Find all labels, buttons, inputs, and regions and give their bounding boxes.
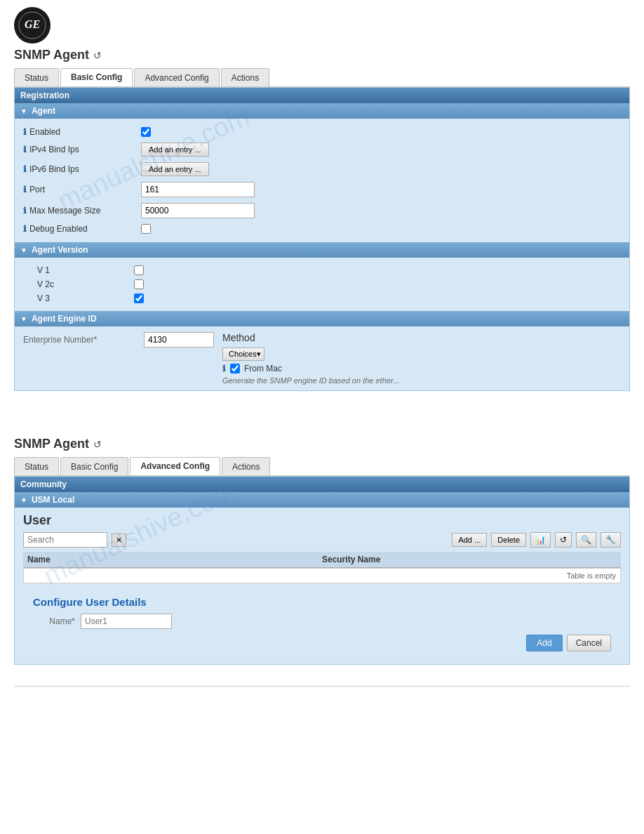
tab2-status[interactable]: Status (14, 457, 59, 475)
add-config-button[interactable]: Add (526, 635, 562, 651)
enterprise-input[interactable] (144, 332, 214, 348)
from-mac-checkbox[interactable] (230, 364, 240, 373)
enabled-checkbox[interactable] (141, 127, 151, 137)
table-header: Name Security Name (23, 552, 621, 568)
cancel-config-button[interactable]: Cancel (567, 635, 611, 651)
from-mac-label: From Mac (244, 364, 282, 373)
ipv6-info-icon[interactable]: ℹ (23, 164, 27, 174)
tab-actions[interactable]: Actions (221, 68, 269, 86)
ipv4-info-icon[interactable]: ℹ (23, 145, 27, 154)
delete-user-button[interactable]: Delete (491, 533, 526, 547)
configure-user-details: Configure User Details Name* Add Cancel (23, 589, 621, 658)
method-label: Method (222, 332, 399, 343)
engine-desc: Generate the SNMP engine ID based on the… (222, 376, 399, 385)
ipv6-row: ℹ IPv6 Bind Ips Add an entry ... (23, 159, 621, 179)
usm-local-header: ▼ USM Local (15, 492, 629, 508)
tab-advanced-config[interactable]: Advanced Config (134, 68, 219, 86)
refresh-table-button[interactable]: ↺ (555, 532, 572, 548)
debug-checkbox[interactable] (141, 224, 151, 234)
config-actions: Add Cancel (33, 635, 611, 651)
add-user-button[interactable]: Add ... (452, 533, 487, 547)
agent-version-header: ▼ Agent Version (15, 242, 629, 258)
main-panel: manualshive.com Registration ▼ Agent ℹ E… (14, 87, 630, 391)
tabs-bar: Status Basic Config Advanced Config Acti… (14, 68, 630, 87)
v2c-checkbox[interactable] (134, 279, 144, 289)
tab-basic-config[interactable]: Basic Config (60, 68, 133, 86)
ipv4-row: ℹ IPv4 Bind Ips Add an entry ... (23, 140, 621, 159)
v3-row: V 3 (23, 291, 621, 305)
enabled-label: ℹ Enabled (23, 127, 135, 137)
refresh-icon[interactable]: ↺ (93, 50, 102, 61)
tab2-actions[interactable]: Actions (222, 457, 270, 475)
user-section: User ✕ Add ... Delete 📊 ↺ 🔍 🔧 Name Sec (15, 508, 629, 664)
col-security: Security Name (322, 555, 617, 564)
agent-engine-header: ▼ Agent Engine ID (15, 311, 629, 326)
v2c-row: V 2c (23, 277, 621, 291)
max-msg-row: ℹ Max Message Size (23, 200, 621, 221)
port-info-icon[interactable]: ℹ (23, 185, 27, 194)
chart-icon-button[interactable]: 📊 (530, 532, 551, 548)
table-empty-message: Table is empty (23, 568, 621, 583)
from-mac-row: ℹ From Mac (222, 364, 399, 373)
registration-header: Registration (15, 88, 629, 103)
ipv6-add-entry-button[interactable]: Add an entry ... (141, 162, 209, 176)
configure-details-title: Configure User Details (33, 596, 611, 608)
user-title: User (23, 513, 621, 528)
search-table-button[interactable]: 🔍 (576, 532, 596, 548)
search-clear-button[interactable]: ✕ (112, 534, 126, 547)
choices-button[interactable]: Choices▾ (222, 348, 264, 361)
debug-label: ℹ Debug Enabled (23, 224, 135, 234)
enabled-row: ℹ Enabled (23, 124, 621, 140)
enabled-info-icon[interactable]: ℹ (23, 127, 27, 137)
ge-logo: GE (14, 7, 51, 44)
col-name: Name (27, 555, 322, 564)
max-msg-input[interactable] (141, 203, 255, 218)
tab-status[interactable]: Status (14, 68, 59, 86)
max-msg-info-icon[interactable]: ℹ (23, 206, 27, 216)
name-field-input[interactable] (81, 614, 172, 629)
agent-header: ▼ Agent (15, 103, 629, 119)
ipv4-label: ℹ IPv4 Bind Ips (23, 145, 135, 154)
search-input[interactable] (23, 532, 107, 548)
name-form-row: Name* (33, 614, 611, 629)
port-label: ℹ Port (23, 185, 135, 194)
agent-version-form: V 1 V 2c V 3 (15, 258, 629, 311)
enterprise-label: Enterprise Number* (23, 332, 135, 345)
refresh-icon-2[interactable]: ↺ (93, 439, 102, 450)
debug-info-icon[interactable]: ℹ (23, 224, 27, 234)
page-title-2: SNMP Agent (14, 437, 89, 451)
svg-text:GE: GE (25, 18, 40, 30)
community-header: Community (15, 477, 629, 492)
port-input[interactable] (141, 182, 255, 197)
debug-row: ℹ Debug Enabled (23, 221, 621, 237)
v3-checkbox[interactable] (134, 293, 144, 303)
main-panel-2: manualshive.com Community ▼ USM Local Us… (14, 476, 630, 665)
from-mac-info-icon[interactable]: ℹ (222, 364, 226, 373)
page-title: SNMP Agent (14, 48, 89, 62)
wrench-icon-button[interactable]: 🔧 (601, 532, 621, 548)
max-msg-label: ℹ Max Message Size (23, 206, 135, 216)
agent-engine-form: Enterprise Number* Method Choices▾ ℹ Fro… (15, 326, 629, 390)
ipv4-add-entry-button[interactable]: Add an entry ... (141, 143, 209, 157)
tab2-advanced-config[interactable]: Advanced Config (130, 457, 220, 475)
ipv6-label: ℹ IPv6 Bind Ips (23, 164, 135, 174)
port-row: ℹ Port (23, 179, 621, 200)
agent-form: ℹ Enabled ℹ IPv4 Bind Ips Add an entry .… (15, 119, 629, 242)
user-toolbar: ✕ Add ... Delete 📊 ↺ 🔍 🔧 (23, 532, 621, 548)
name-field-label: Name* (33, 616, 75, 626)
tabs-bar-2: Status Basic Config Advanced Config Acti… (14, 457, 630, 476)
tab2-basic-config[interactable]: Basic Config (60, 457, 128, 475)
v1-checkbox[interactable] (134, 265, 144, 275)
v1-row: V 1 (23, 263, 621, 277)
